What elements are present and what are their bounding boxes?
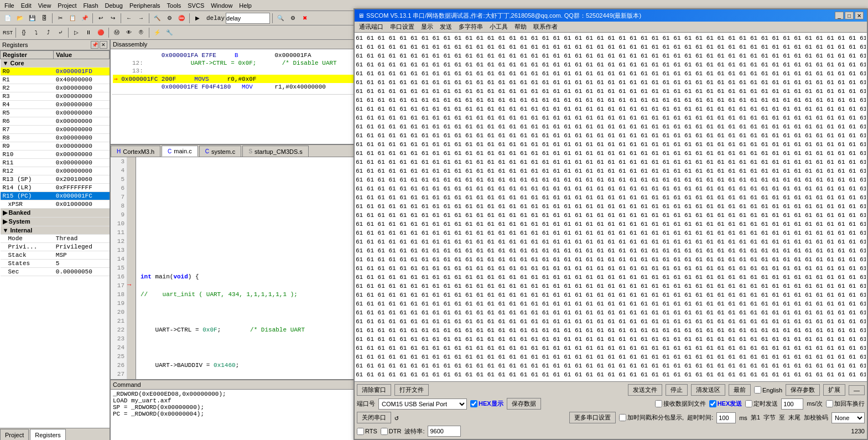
settings-btn[interactable]: ⚙	[287, 13, 298, 24]
stop-btn[interactable]: 停止	[666, 384, 688, 396]
return-checkbox[interactable]: 加回车换行	[826, 400, 865, 408]
hex-display-checkbox[interactable]: HEX显示	[470, 400, 503, 408]
menu-help[interactable]: Help	[236, 1, 255, 10]
find-btn[interactable]: 🔍	[275, 13, 286, 24]
stepover-btn[interactable]: ⤴	[43, 27, 54, 38]
english-check-input[interactable]	[754, 386, 761, 394]
hex-display[interactable]: 61 61 61 61 61 61 61 61 61 61 61 61 61 6…	[356, 40, 866, 380]
table-row[interactable]: R15 (PC) 0x000001FC	[1, 192, 110, 200]
stop-build-btn[interactable]: ⛔	[176, 13, 187, 24]
step-btn[interactable]: ⤵	[30, 27, 41, 38]
rts-checkbox[interactable]: RTS	[357, 428, 377, 435]
close-port-btn[interactable]: 关闭串口	[357, 412, 391, 423]
stepout-btn[interactable]: ⤶	[55, 27, 66, 38]
more-ports-btn[interactable]: 更多串口设置	[569, 412, 616, 423]
menu-debug[interactable]: Debug	[102, 1, 126, 10]
hex-send-check[interactable]	[709, 400, 716, 407]
table-row[interactable]: R11 0x00000000	[1, 159, 110, 167]
watch-btn[interactable]: 👁	[123, 27, 134, 38]
last-btn[interactable]: 最前	[729, 384, 751, 396]
braces-btn[interactable]: {}	[18, 27, 29, 38]
baud-input[interactable]	[428, 426, 461, 437]
memory-btn[interactable]: Ⓜ	[111, 27, 122, 38]
timed-ms-input[interactable]	[781, 398, 803, 410]
nav-fwd-btn[interactable]: →	[136, 13, 147, 24]
rebuild-btn[interactable]: ⚙	[164, 13, 175, 24]
save-params-btn[interactable]: 保存参数	[786, 384, 820, 396]
save-all-btn[interactable]: 🗄	[39, 13, 50, 24]
undo-btn[interactable]: ↩	[95, 13, 106, 24]
clear-send-btn[interactable]: 清发送区	[691, 384, 725, 396]
timed-send-checkbox[interactable]: 定时发送	[745, 400, 778, 408]
send-file-btn[interactable]: 发送文件	[628, 384, 662, 396]
menu-project[interactable]: Project	[54, 1, 80, 10]
refresh-icon[interactable]: ↺	[394, 413, 399, 422]
tab-registers[interactable]: Registers	[30, 429, 65, 440]
menu-file[interactable]: File	[1, 1, 18, 10]
logic-btn[interactable]: ⚡	[152, 27, 163, 38]
save-data-btn[interactable]: 保存数据	[507, 398, 541, 410]
table-row[interactable]: Mode Thread	[1, 235, 110, 243]
english-checkbox[interactable]: English	[754, 386, 782, 394]
return-check[interactable]	[826, 400, 833, 407]
receive-file-checkbox[interactable]: 接收数据到文件	[655, 400, 706, 408]
menu-flash[interactable]: Flash	[80, 1, 102, 10]
tab-mainc[interactable]: C main.c	[162, 146, 198, 157]
table-row[interactable]: Stack MSP	[1, 251, 110, 260]
menu-peripherals[interactable]: Peripherals	[126, 1, 164, 10]
sscom-minus-btn[interactable]: —	[849, 385, 865, 395]
table-row[interactable]: Sec 0.00000050	[1, 268, 110, 276]
table-row[interactable]: R2 0x00000000	[1, 84, 110, 92]
dtr-checkbox[interactable]: DTR	[381, 428, 402, 435]
table-row[interactable]: R5 0x00000000	[1, 109, 110, 117]
table-row[interactable]: Privi... Privileged	[1, 243, 110, 251]
halt-btn[interactable]: ⏸	[83, 27, 94, 38]
run-btn[interactable]: ▷	[71, 27, 82, 38]
menu-view[interactable]: View	[35, 1, 55, 10]
debug-start-btn[interactable]: ▶	[192, 13, 203, 24]
table-row[interactable]: R0 0x000001FD	[1, 68, 110, 76]
paste-btn[interactable]: 📌	[79, 13, 90, 24]
timestamp-check[interactable]	[619, 414, 626, 421]
table-row[interactable]: R13 (SP) 0x20010060	[1, 175, 110, 184]
menu-tools[interactable]: Tools	[164, 1, 185, 10]
receive-file-check[interactable]	[655, 400, 662, 407]
tab-cortexm3h[interactable]: H CortexM3.h	[111, 146, 160, 157]
table-row[interactable]: R10 0x00000000	[1, 151, 110, 159]
clear-window-btn[interactable]: 清除窗口	[357, 384, 391, 396]
table-row[interactable]: R7 0x00000000	[1, 126, 110, 134]
tab-startup[interactable]: S startup_CM3DS.s	[242, 146, 308, 157]
bp-btn[interactable]: 🔴	[95, 27, 106, 38]
cut-btn[interactable]: ✂	[55, 13, 66, 24]
timed-send-check[interactable]	[745, 400, 752, 407]
regs-btn[interactable]: ®	[136, 27, 147, 38]
table-row[interactable]: States 5	[1, 260, 110, 268]
save-btn[interactable]: 💾	[27, 13, 38, 24]
port-select[interactable]: COM15 USB Serial Port	[378, 398, 467, 410]
registers-pin-btn[interactable]: 📌	[91, 41, 98, 49]
rts-check[interactable]	[357, 428, 364, 435]
timeout-input[interactable]	[716, 412, 736, 423]
table-row[interactable]: R6 0x00000000	[1, 117, 110, 126]
registers-close-btn[interactable]: ✕	[100, 41, 107, 49]
hex-send-checkbox[interactable]: HEX发送	[709, 400, 742, 408]
dtr-check[interactable]	[381, 428, 388, 435]
open-btn[interactable]: 📂	[14, 13, 25, 24]
error-btn[interactable]: ✖	[299, 13, 310, 24]
delay-input[interactable]	[226, 13, 270, 24]
hex-display-check[interactable]	[470, 400, 477, 407]
table-row[interactable]: R3 0x00000000	[1, 92, 110, 101]
timestamp-checkbox[interactable]: 加时间戳和分包显示,	[619, 413, 684, 422]
checksum-select[interactable]: None	[831, 412, 865, 423]
expand-btn[interactable]: 扩展	[823, 384, 845, 396]
table-row[interactable]: R12 0x00000000	[1, 167, 110, 175]
new-btn[interactable]: 📄	[2, 13, 13, 24]
tab-project[interactable]: Project	[0, 429, 29, 440]
tools2-btn[interactable]: 🔧	[164, 27, 175, 38]
open-file-btn[interactable]: 打开文件	[394, 384, 429, 396]
copy-btn[interactable]: 📋	[67, 13, 78, 24]
table-row[interactable]: R9 0x00000000	[1, 142, 110, 151]
table-row[interactable]: R8 0x00000000	[1, 134, 110, 142]
nav-back-btn[interactable]: ←	[123, 13, 134, 24]
menu-window[interactable]: Window	[207, 1, 236, 10]
